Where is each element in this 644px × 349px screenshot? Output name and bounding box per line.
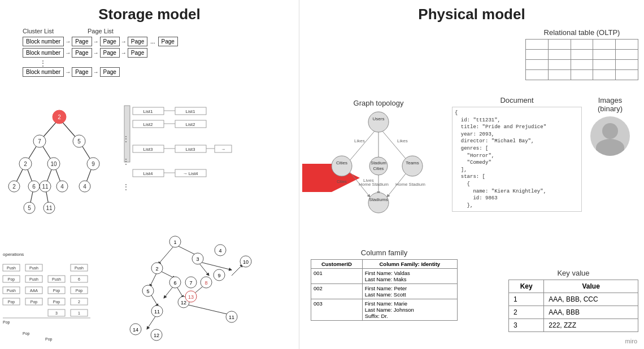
svg-text:6: 6	[173, 280, 176, 286]
page-2c: Page	[128, 48, 147, 58]
table-cell	[593, 70, 616, 80]
page-1d: Page	[158, 37, 178, 46]
table-cell	[548, 70, 571, 80]
svg-text:List3: List3	[186, 147, 195, 152]
svg-text:⋮: ⋮	[123, 183, 129, 191]
page-3a: Page	[72, 67, 92, 77]
arrow-2: →	[93, 38, 99, 45]
physical-side: Physical model Relational table (OLTP)	[299, 0, 644, 349]
svg-text:5: 5	[28, 205, 31, 211]
svg-text:Likes: Likes	[354, 138, 365, 143]
cf-cell-id: 001	[311, 269, 363, 284]
svg-text:9: 9	[217, 273, 220, 278]
table-cell	[526, 70, 549, 80]
cf-cell-value: First Name: MarieLast Name: JohnsonSuffi…	[362, 299, 457, 321]
svg-text:11: 11	[229, 315, 234, 320]
graph-topology-svg: Likes Likes Home Stadium Home Stadium Li…	[314, 110, 443, 223]
binary-tree-svg: 2 7 5 2 10 9 2 6 11 4 4 5 11	[3, 104, 116, 223]
directed-graph-svg: 1 2 3 4 5 6 7 8 9 10 11 12 13 1	[119, 233, 277, 346]
svg-text:4: 4	[83, 184, 86, 190]
svg-text:3: 3	[55, 311, 58, 315]
svg-text:List4: List4	[143, 171, 153, 176]
svg-text:Pop: Pop	[53, 289, 60, 293]
table-cell	[616, 50, 638, 60]
svg-text:4: 4	[60, 184, 64, 190]
table-cell	[571, 70, 593, 80]
svg-text:Pop: Pop	[45, 337, 53, 342]
svg-text:Push: Push	[7, 289, 16, 293]
svg-text:Push: Push	[52, 277, 61, 281]
kv-cell-key: 2	[509, 306, 544, 319]
table-row	[526, 40, 638, 50]
cf-cell-id: 003	[311, 299, 363, 321]
svg-text:5: 5	[146, 289, 149, 294]
cf-cell-id: 002	[311, 284, 363, 299]
svg-text:2: 2	[24, 161, 27, 167]
page-3b: Page	[100, 67, 120, 77]
svg-text:11: 11	[42, 184, 49, 190]
images-title: Images(binary)	[582, 96, 638, 113]
ellipsis-1: ...	[150, 38, 155, 45]
relational-table	[525, 39, 638, 80]
svg-text:List3: List3	[143, 147, 153, 152]
table-header-row: Key Value	[509, 280, 638, 293]
relational-section: Relational table (OLTP)	[525, 28, 638, 80]
svg-text:7: 7	[189, 280, 192, 286]
page-1c: Page	[128, 37, 147, 46]
linked-list-svg: List1 List1 List2 List2 ⋮ List3 List3 → …	[121, 104, 234, 217]
svg-text:2: 2	[12, 184, 16, 190]
table-cell	[548, 40, 571, 50]
arrow-6: →	[121, 50, 127, 56]
svg-text:2: 2	[155, 266, 158, 272]
page-2b: Page	[100, 48, 120, 58]
cf-cell-value: First Name: ValdasLast Name: Maks	[362, 269, 457, 284]
svg-text:Push: Push	[29, 277, 38, 281]
svg-text:6: 6	[78, 277, 80, 281]
kv-header-key: Key	[509, 280, 544, 293]
column-family-title: Column family	[311, 248, 458, 257]
column-family-section: Column family CustomerID Column Family: …	[311, 248, 458, 321]
svg-text:1: 1	[78, 311, 80, 315]
table-row	[526, 60, 638, 70]
svg-point-165	[402, 156, 423, 176]
table-cell	[526, 60, 549, 70]
svg-line-116	[184, 304, 232, 315]
svg-text:3: 3	[196, 256, 199, 262]
images-section: Images(binary)	[582, 96, 638, 156]
arrow-5: →	[93, 50, 99, 56]
table-cell	[593, 60, 616, 70]
table-cell	[548, 50, 571, 60]
storage-title: Storage model	[6, 6, 293, 23]
svg-point-167	[368, 193, 389, 213]
table-cell	[571, 40, 593, 50]
graph-topology-section: Graph topology Likes Likes Home Sta	[311, 99, 446, 225]
svg-text:→ List4: → List4	[182, 171, 198, 176]
svg-text:Cities: Cities	[373, 166, 384, 171]
svg-line-150	[347, 126, 378, 163]
page-2a: Page	[72, 48, 92, 58]
svg-text:Pop: Pop	[76, 289, 83, 293]
kv-cell-key: 3	[509, 319, 544, 332]
svg-line-104	[158, 245, 175, 264]
table-header-row: CustomerID Column Family: Identity	[311, 260, 458, 269]
svg-text:10: 10	[50, 161, 57, 167]
svg-text:Teams: Teams	[406, 160, 419, 165]
svg-text:Cities: Cities	[336, 160, 347, 165]
arrow-7: →	[65, 69, 71, 75]
kv-header-value: Value	[544, 280, 638, 293]
key-value-section: Key value Key Value 1 AAA, BBB, CCC 2 A	[508, 269, 638, 332]
svg-text:7: 7	[38, 138, 41, 145]
graph-topology-title: Graph topology	[311, 99, 446, 107]
svg-text:2: 2	[78, 300, 80, 304]
cluster-label: Cluster List	[23, 28, 54, 34]
block-number-1: Block number	[23, 37, 64, 46]
arrow-3: →	[121, 38, 127, 45]
table-cell	[593, 50, 616, 60]
svg-rect-38	[124, 106, 130, 162]
document-content: { id: "tt1231", title: "Pride and Prejud…	[452, 107, 582, 212]
svg-text:1: 1	[173, 239, 176, 245]
svg-text:12: 12	[181, 300, 186, 306]
kv-cell-value: AAA, BBB	[544, 306, 638, 319]
svg-text:Lives: Lives	[363, 178, 374, 183]
table-row: 2 AAA, BBB	[509, 306, 638, 319]
